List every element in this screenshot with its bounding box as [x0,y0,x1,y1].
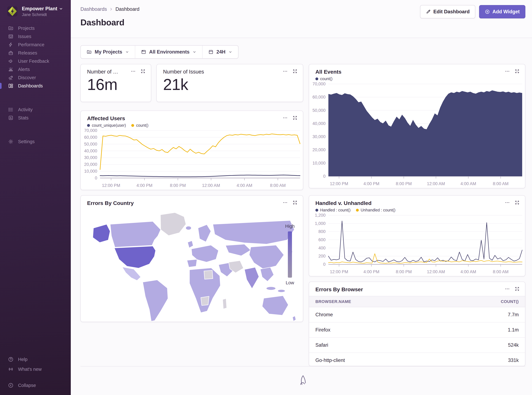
column-header-browser-name[interactable]: BROWSER.NAME [309,296,441,307]
widget-expand-icon[interactable] [293,200,298,205]
map-region-new-zealand[interactable] [293,316,296,321]
map-region-alaska[interactable] [93,224,110,243]
filter-date-range[interactable]: 24H [202,46,238,58]
widget-expand-icon[interactable] [515,200,520,205]
widget-title: Handled v. Unhandled [315,200,372,206]
widget-errors-by-country: Errors By Country [81,195,303,322]
map-region-iberia[interactable] [187,259,197,267]
map-region-uk[interactable] [188,241,193,248]
page-footer [81,366,525,395]
widget-errors-by-browser: Errors By Browser BROWSER.NAME COUNT() C… [309,282,525,366]
all-events-chart[interactable]: 010,00020,00030,00040,00050,00060,00070,… [309,81,525,188]
map-region-usa[interactable] [114,246,156,268]
widget-expand-icon[interactable] [515,286,520,291]
map-region-libya[interactable] [204,270,213,279]
count-cell: 524k [441,338,525,353]
map-region-se-asia[interactable] [260,267,274,281]
grid-column-right: All Events count() 010,00020,00030,00040… [309,64,525,366]
svg-text:12:00 PM: 12:00 PM [330,181,348,186]
legend-item[interactable]: count() [315,77,332,81]
handled-unhandled-chart[interactable]: 02004006008001,0001,20012:00 PM4:00 PM8:… [309,212,525,276]
table-row-go-http-client[interactable]: Go-http-client331k [309,353,525,366]
chevron-right-icon [109,7,113,11]
sidebar-item-projects[interactable]: Projects [0,24,71,32]
sidebar-item-stats[interactable]: Stats [0,114,71,122]
main-content: Dashboards Dashboard Dashboard Edit Dash… [71,0,532,395]
map-region-greenland[interactable] [160,213,186,236]
svg-text:4:00 PM: 4:00 PM [363,181,379,186]
widget-title: All Events [315,69,341,75]
sidebar-item-alerts[interactable]: Alerts [0,65,71,73]
app-root: Empower Plant Jane Schmidt ProjectsIssue… [0,0,532,395]
map-region-indonesia[interactable] [277,290,285,292]
sidebar-item-performance[interactable]: Performance [0,41,71,49]
widget-menu-icon[interactable] [505,69,510,74]
filter-environments[interactable]: All Environments [135,46,202,58]
widget-menu-icon[interactable] [505,200,510,205]
widget-expand-icon[interactable] [141,69,146,74]
sidebar-item-collapse[interactable]: Collapse [0,380,71,390]
svg-text:30,000: 30,000 [84,155,97,160]
widget-menu-icon[interactable] [505,286,510,291]
widget-menu-icon[interactable] [283,200,288,205]
svg-text:4:00 PM: 4:00 PM [363,269,379,274]
map-region-scandinavia[interactable] [198,225,211,242]
table-row-chrome[interactable]: Chrome7.7m [309,307,525,322]
sidebar-item-activity[interactable]: Activity [0,105,71,114]
sidebar-item-dashboards[interactable]: Dashboards [0,82,71,90]
breadcrumb-dashboards-link[interactable]: Dashboards [81,6,107,12]
legend-item[interactable]: Unhandled : count() [356,208,396,212]
map-region-madagascar[interactable] [223,299,227,309]
sidebar-item-user-feedback[interactable]: User Feedback [0,57,71,65]
svg-text:4:00 AM: 4:00 AM [461,269,476,274]
org-switcher[interactable]: Empower Plant Jane Schmidt [0,5,71,17]
sidebar-item-settings[interactable]: Settings [0,137,71,146]
svg-text:0: 0 [95,176,97,180]
sidebar-item-issues[interactable]: Issues [0,32,71,41]
sidebar-item-discover[interactable]: Discover [0,73,71,82]
map-region-central-asia[interactable] [225,244,251,256]
world-map[interactable]: High Low [81,206,303,322]
map-region-angola[interactable] [201,296,209,306]
map-region-china[interactable] [249,245,284,269]
add-widget-button[interactable]: Add Widget [479,5,525,18]
table-row-firefox[interactable]: Firefox1.1m [309,322,525,338]
widget-menu-icon[interactable] [131,69,136,74]
map-region-iceland[interactable] [186,226,191,230]
legend-item[interactable]: count_unique(user) [87,123,126,128]
filter-projects[interactable]: My Projects [81,46,135,58]
edit-dashboard-button[interactable]: Edit Dashboard [420,5,475,18]
sidebar-item-releases[interactable]: Releases [0,49,71,57]
widget-menu-icon[interactable] [283,69,288,74]
widget-expand-icon[interactable] [515,69,520,74]
sidebar-item-help[interactable]: Help [0,354,71,364]
pencil-icon [426,9,431,14]
widget-affected-users: Affected Users count_unique(user)count()… [81,110,303,190]
map-region-canada[interactable] [110,221,161,247]
svg-text:70,000: 70,000 [312,82,326,86]
column-header-count[interactable]: COUNT() [441,296,525,307]
map-region-india[interactable] [244,267,259,289]
widget-expand-icon[interactable] [293,69,298,74]
widget-menu-icon[interactable] [283,115,288,120]
svg-text:60,000: 60,000 [84,135,97,140]
svg-text:8:00 PM: 8:00 PM [396,181,412,186]
widget-expand-icon[interactable] [293,115,298,120]
svg-text:12:00 AM: 12:00 AM [427,269,445,274]
map-region-indonesia[interactable] [266,287,276,290]
sidebar-item-whats-new[interactable]: What's new [0,364,71,374]
dashboard-body: My ProjectsAll Environments24H Number of… [71,38,532,395]
map-region-mexico[interactable] [122,267,141,280]
filter-label: 24H [217,49,225,55]
legend-item[interactable]: count() [131,123,148,128]
map-region-russia[interactable] [213,220,294,244]
affected-users-chart[interactable]: 010,00020,00030,00040,00050,00060,00070,… [81,128,303,190]
legend-item[interactable]: Handled : count() [315,208,351,212]
dashboards-icon [8,83,14,89]
sidebar-item-label: Issues [18,34,31,39]
table-row-safari[interactable]: Safari524k [309,338,525,353]
map-region-south-america[interactable] [143,280,168,321]
sidebar-item-label: Alerts [18,67,30,72]
sidebar-item-label: Dashboards [18,83,43,88]
map-region-australia[interactable] [262,296,288,315]
